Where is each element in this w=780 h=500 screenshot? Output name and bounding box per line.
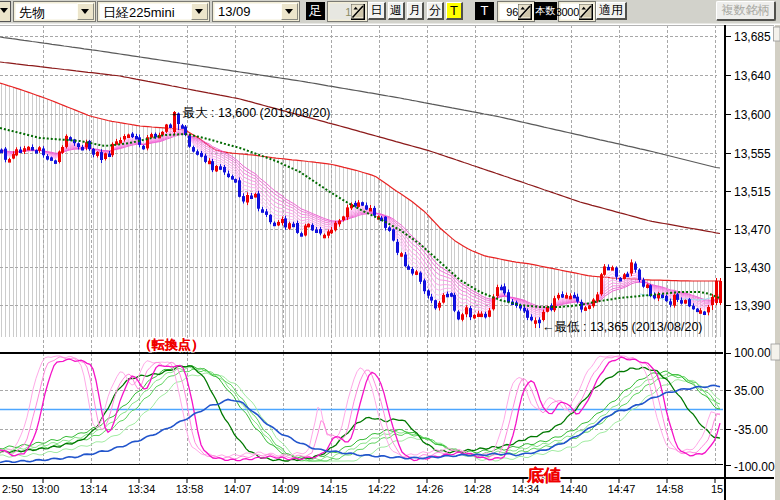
svg-text:14:15: 14:15 [320,483,348,495]
svg-text:（転換点）: （転換点） [139,337,204,352]
svg-text:13,640: 13,640 [734,69,771,83]
svg-text:13,390: 13,390 [734,299,771,313]
svg-text:14:40: 14:40 [560,483,588,495]
svg-text:13:58: 13:58 [176,483,204,495]
svg-text:100.00: 100.00 [734,346,771,360]
svg-text:13,515: 13,515 [734,185,771,199]
svg-text:14:26: 14:26 [416,483,444,495]
svg-text:14:09: 14:09 [272,483,300,495]
svg-text:底値: 底値 [526,466,561,485]
svg-text:13:14: 13:14 [80,483,108,495]
svg-text:14:22: 14:22 [368,483,396,495]
svg-text:←最低 : 13,365 (2013/08/20): ←最低 : 13,365 (2013/08/20) [542,320,703,334]
svg-text:15: 15 [711,483,723,495]
svg-text:-100.00: -100.00 [734,460,775,474]
svg-text:14:47: 14:47 [608,483,636,495]
svg-text:14:58: 14:58 [656,483,684,495]
svg-text:13:00: 13:00 [32,483,60,495]
svg-text:2:50: 2:50 [2,483,23,495]
svg-text:-35.00: -35.00 [734,423,768,437]
svg-text:←最大 : 13,600 (2013/08/20): ←最大 : 13,600 (2013/08/20) [170,106,331,120]
svg-text:13,685: 13,685 [734,30,771,44]
svg-text:13,600: 13,600 [734,108,771,122]
svg-text:14:07: 14:07 [224,483,252,495]
svg-text:13:34: 13:34 [128,483,156,495]
svg-text:13,555: 13,555 [734,147,771,161]
svg-text:35.00: 35.00 [734,384,764,398]
svg-text:13,470: 13,470 [734,223,771,237]
svg-text:14:28: 14:28 [464,483,492,495]
svg-text:13,430: 13,430 [734,261,771,275]
